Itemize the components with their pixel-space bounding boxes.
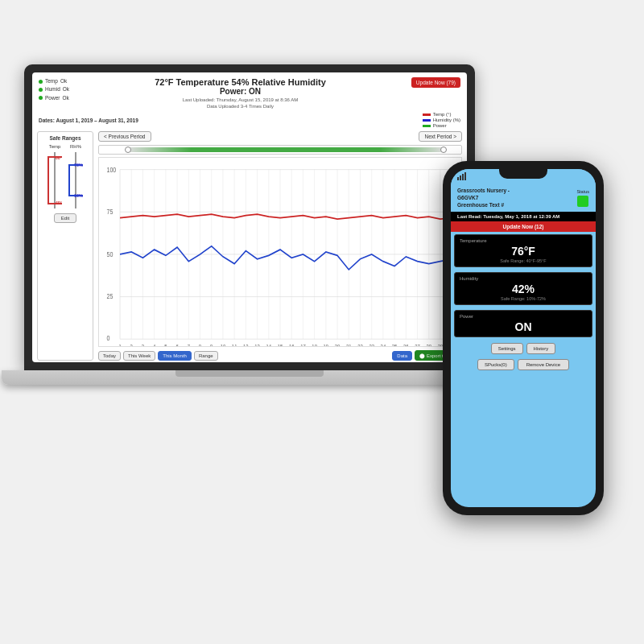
prev-period-button[interactable]: < Previous Period — [98, 131, 151, 142]
phone-outer: Grassroots Nursery - G6GVK7 Greenhouse T… — [443, 161, 604, 515]
humidity-safe-range: Safe Range: 10%-72% — [460, 296, 587, 301]
temp-high-label: 60° — [56, 155, 62, 160]
svg-text:19: 19 — [324, 343, 329, 346]
main-title-area: 72°F Temperature 54% Relative Humidity P… — [69, 77, 411, 109]
today-button[interactable]: Today — [98, 351, 121, 361]
main-title: 72°F Temperature 54% Relative Humidity — [69, 77, 411, 87]
power-status-label: Power — [45, 94, 60, 102]
chart-area: < Previous Period Next Period > — [98, 131, 462, 361]
phone-screen: Grassroots Nursery - G6GVK7 Greenhouse T… — [451, 169, 596, 507]
temperature-card: Temperature 76°F Safe Range: 40°F-95°F — [454, 234, 592, 267]
signal-bars-icon — [457, 172, 466, 180]
svg-text:6: 6 — [175, 343, 179, 346]
humidity-value: 42% — [460, 283, 587, 295]
laptop: Temp Ok Humid Ok Power Ok — [24, 64, 475, 402]
temperature-label: Temperature — [460, 238, 587, 243]
rh-bracket — [68, 164, 83, 196]
svg-text:22: 22 — [357, 343, 363, 346]
power-status-dot — [39, 96, 43, 100]
power-title: Power: ON — [69, 87, 411, 96]
slider-handle-left[interactable] — [125, 147, 131, 153]
edit-button[interactable]: Edit — [54, 213, 76, 223]
chart-svg: 100 75 50 25 0 — [99, 158, 461, 346]
safe-ranges-cols: Temp 60° 40° — [41, 144, 89, 208]
history-button[interactable]: History — [526, 343, 556, 354]
this-week-button[interactable]: This Week — [123, 351, 155, 361]
humidity-label: Humidity — [460, 276, 587, 281]
temp-low-label: 40° — [56, 200, 62, 205]
svg-text:16: 16 — [289, 343, 295, 346]
export-icon: ⬤ — [419, 353, 425, 358]
temp-status-label: Temp — [45, 77, 58, 85]
safe-ranges-panel: Safe Ranges Temp 60° 40° — [37, 131, 93, 361]
slider-handle-right[interactable] — [440, 147, 447, 153]
safe-rh-col-label: RH% — [70, 144, 81, 149]
legend-humidity-color — [423, 119, 431, 122]
safe-col-temp: Temp 60° 40° — [47, 144, 62, 208]
svg-text:21: 21 — [346, 343, 352, 346]
remove-device-button[interactable]: Remove Device — [518, 359, 569, 370]
svg-text:25: 25 — [392, 343, 398, 346]
period-nav: < Previous Period Next Period > — [98, 131, 462, 142]
svg-text:50: 50 — [106, 250, 113, 258]
svg-text:0: 0 — [106, 334, 109, 342]
legend-humidity-label: Humidity (%) — [433, 118, 460, 122]
phone-header: Grassroots Nursery - G6GVK7 Greenhouse T… — [451, 184, 596, 212]
power-card: Power ON — [454, 310, 592, 337]
legend-temp-label: Temp (°) — [433, 112, 452, 117]
upload-freq: Data Uploaded 3-4 Times Daily — [69, 104, 411, 109]
legend-temp-color — [423, 114, 431, 116]
range-button[interactable]: Range — [194, 351, 218, 361]
legend-power: Power — [423, 123, 460, 128]
laptop-base — [2, 370, 497, 385]
update-now-phone-button[interactable]: Update Now (12) — [451, 221, 596, 232]
temp-status-dot — [39, 80, 43, 84]
temperature-value: 76°F — [460, 245, 587, 258]
settings-button[interactable]: Settings — [491, 343, 523, 354]
svg-text:10: 10 — [221, 343, 226, 346]
chart-legend: Temp (°) Humidity (%) Power — [423, 112, 460, 128]
signal-bar-2 — [460, 175, 461, 180]
main-body: Safe Ranges Temp 60° 40° — [32, 130, 467, 362]
svg-text:18: 18 — [312, 343, 317, 346]
phone-notch — [499, 169, 547, 179]
update-now-button[interactable]: Update Now (79) — [411, 77, 460, 88]
rh-high-label: 70% — [74, 163, 83, 167]
svg-text:12: 12 — [243, 343, 249, 346]
legend-temp: Temp (°) — [423, 112, 460, 117]
next-period-button[interactable]: Next Period > — [419, 131, 462, 142]
last-read-bar: Last Read: Tuesday, May 1, 2018 at 12:39… — [451, 212, 596, 221]
signal-bar-4 — [464, 172, 466, 180]
rh-low-label: 10% — [74, 193, 83, 198]
humid-ok: Ok — [63, 85, 69, 93]
date-range-label: Dates: August 1, 2019 – August 31, 2019 — [39, 118, 138, 123]
svg-text:14: 14 — [266, 343, 272, 346]
safe-temp-col-label: Temp — [49, 144, 61, 149]
spucks-button[interactable]: SPucks(0) — [477, 359, 514, 370]
data-button[interactable]: Data — [392, 351, 412, 361]
temp-bracket — [47, 156, 62, 204]
svg-text:26: 26 — [403, 343, 409, 346]
svg-text:24: 24 — [381, 343, 386, 346]
svg-text:9: 9 — [210, 343, 213, 346]
slider-track[interactable] — [98, 145, 462, 155]
svg-text:75: 75 — [106, 208, 113, 217]
screen-content: Temp Ok Humid Ok Power Ok — [32, 72, 467, 362]
legend-power-color — [423, 125, 431, 127]
this-month-button[interactable]: This Month — [158, 351, 192, 361]
device-label: Greenhouse Text # — [457, 201, 510, 208]
rh-bar: 70% 10% — [68, 152, 83, 208]
humidity-line — [120, 246, 452, 270]
humidity-card: Humidity 42% Safe Range: 10%-72% — [454, 272, 592, 305]
status-green-square — [577, 196, 588, 207]
scene: Temp Ok Humid Ok Power Ok — [0, 0, 644, 644]
status-indicator-phone: Status — [576, 189, 589, 207]
chart-svg-container: 100 75 50 25 0 — [98, 157, 462, 347]
svg-text:15: 15 — [278, 343, 283, 346]
laptop-screen: Temp Ok Humid Ok Power Ok — [32, 72, 467, 362]
safe-ranges-title: Safe Ranges — [49, 135, 80, 141]
phone: Grassroots Nursery - G6GVK7 Greenhouse T… — [443, 161, 604, 515]
slider-fill — [128, 147, 444, 152]
phone-btn-row-1: Settings History — [451, 340, 596, 356]
nursery-info: Grassroots Nursery - G6GVK7 Greenhouse T… — [457, 187, 510, 208]
